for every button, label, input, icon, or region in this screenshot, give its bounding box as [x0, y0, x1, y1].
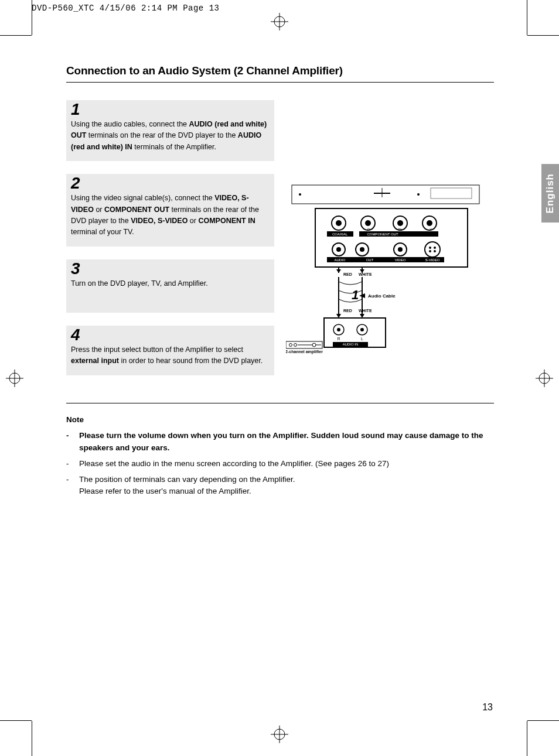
svg-marker-62 — [360, 314, 364, 318]
crop-mark — [527, 721, 527, 756]
registration-mark-icon — [6, 370, 23, 387]
wiring-diagram-icon: COAXIAL COMPONENT OUT Pr Pb Y — [286, 182, 485, 358]
svg-text:R: R — [337, 337, 340, 341]
crop-mark — [0, 720, 32, 721]
svg-text:Pr: Pr — [367, 228, 371, 231]
step-body: Using the audio cables, connect the AUDI… — [66, 118, 274, 161]
svg-point-43 — [429, 250, 431, 252]
step-4: 4 Press the input select button of the A… — [66, 326, 274, 375]
svg-rect-17 — [431, 188, 472, 199]
svg-text:Y: Y — [430, 228, 432, 231]
page-title: Connection to an Audio System (2 Channel… — [66, 64, 494, 77]
crop-mark — [527, 0, 527, 35]
svg-marker-51 — [336, 269, 341, 273]
notes-heading: Note — [66, 415, 494, 424]
svg-point-67 — [360, 328, 364, 331]
print-slug: DVD-P560_XTC 4/15/06 2:14 PM Page 13 — [32, 4, 219, 13]
svg-point-73 — [289, 344, 292, 347]
svg-text:S-VIDEO: S-VIDEO — [425, 258, 440, 262]
svg-point-41 — [429, 247, 431, 249]
step-2: 2 Using the video signal cable(s), conne… — [66, 174, 274, 247]
svg-point-39 — [398, 247, 403, 252]
language-tab-label: English — [544, 173, 556, 213]
svg-point-37 — [360, 247, 364, 252]
note-item: - Please turn the volume down when you t… — [66, 430, 494, 454]
svg-text:Pb: Pb — [398, 228, 403, 231]
step-body: Using the video signal cable(s), connect… — [66, 191, 274, 247]
step-number: 4 — [71, 326, 80, 344]
svg-marker-61 — [336, 314, 341, 318]
svg-point-13 — [299, 193, 301, 196]
note-item: - The position of terminals can vary dep… — [66, 474, 494, 498]
svg-text:1: 1 — [352, 288, 359, 302]
svg-point-22 — [365, 220, 371, 226]
crop-mark — [32, 721, 32, 756]
svg-text:VIDEO: VIDEO — [395, 258, 406, 262]
svg-point-40 — [425, 242, 440, 257]
svg-text:WHITE: WHITE — [359, 272, 372, 276]
steps-column: 1 Using the audio cables, connect the AU… — [66, 100, 274, 388]
section-rule — [66, 403, 494, 403]
svg-text:2-channel amplifier: 2-channel amplifier — [286, 350, 323, 354]
step-body: Turn on the DVD player, TV, and Amplifie… — [66, 277, 274, 313]
step-number: 2 — [71, 174, 80, 192]
registration-mark-icon — [536, 370, 553, 387]
svg-point-35 — [336, 247, 341, 252]
svg-text:L: L — [361, 337, 363, 341]
svg-text:COAXIAL: COAXIAL — [332, 232, 348, 236]
diagram-column: COAXIAL COMPONENT OUT Pr Pb Y — [286, 100, 494, 388]
crop-mark — [32, 0, 32, 35]
note-item: - Please set the audio in the menu scree… — [66, 458, 494, 470]
crop-mark — [0, 35, 32, 36]
step-number: 1 — [71, 100, 80, 118]
registration-mark-icon — [271, 726, 288, 743]
svg-point-74 — [294, 344, 297, 347]
svg-point-65 — [337, 328, 340, 331]
svg-point-16 — [417, 193, 420, 196]
svg-text:RED: RED — [343, 309, 352, 313]
svg-point-42 — [434, 247, 436, 249]
connection-diagram: COAXIAL COMPONENT OUT Pr Pb Y — [286, 182, 494, 360]
manual-page: DVD-P560_XTC 4/15/06 2:14 PM Page 13 Eng… — [0, 0, 559, 756]
svg-point-26 — [427, 220, 432, 226]
step-number: 3 — [71, 259, 80, 278]
svg-text:AUDIO IN: AUDIO IN — [343, 343, 359, 346]
language-tab: English — [541, 164, 559, 223]
svg-point-24 — [397, 220, 403, 226]
content-area: Connection to an Audio System (2 Channel… — [66, 64, 494, 501]
svg-text:AUDIO: AUDIO — [334, 258, 345, 262]
page-number: 13 — [482, 702, 493, 713]
svg-point-76 — [312, 343, 316, 347]
title-rule — [66, 82, 494, 83]
svg-point-20 — [336, 220, 342, 226]
crop-mark — [527, 720, 559, 721]
step-3: 3 Turn on the DVD player, TV, and Amplif… — [66, 259, 274, 313]
notes-section: Note - Please turn the volume down when … — [66, 415, 494, 498]
step-1: 1 Using the audio cables, connect the AU… — [66, 100, 274, 161]
svg-text:COMPONENT OUT: COMPONENT OUT — [367, 232, 398, 236]
step-body: Press the input select button of the Amp… — [66, 343, 274, 375]
svg-text:Audio Cable: Audio Cable — [368, 293, 396, 299]
svg-point-44 — [434, 250, 436, 252]
svg-text:WHITE: WHITE — [359, 309, 372, 313]
registration-mark-icon — [271, 13, 288, 30]
crop-mark — [527, 35, 559, 36]
svg-text:OUT: OUT — [366, 258, 374, 262]
svg-text:RED: RED — [343, 272, 352, 276]
